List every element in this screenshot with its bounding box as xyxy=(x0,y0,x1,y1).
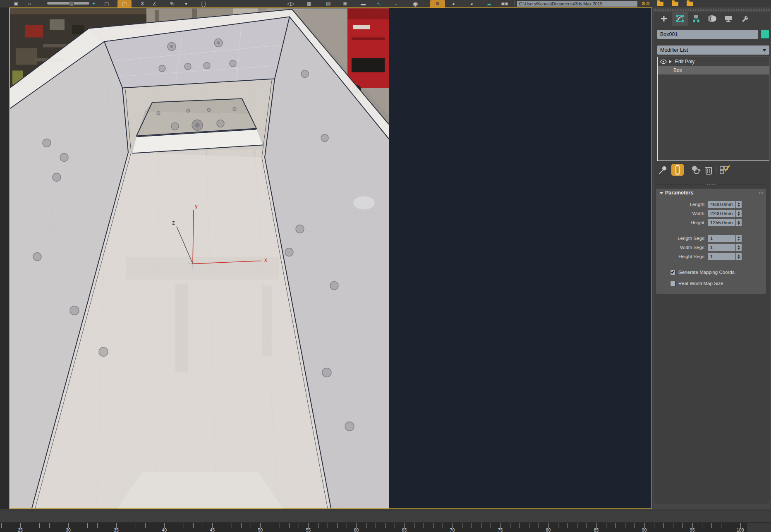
frame-tick xyxy=(318,523,318,528)
align-icon[interactable]: ▩ xyxy=(304,0,314,7)
frame-tick xyxy=(145,523,146,528)
frame-tick xyxy=(711,523,712,528)
folder-export-icon[interactable] xyxy=(672,2,678,6)
perspective-viewport[interactable]: y x z xyxy=(9,7,652,509)
tab-create[interactable] xyxy=(656,12,672,26)
track-bar-strip[interactable] xyxy=(0,510,771,523)
eye-icon[interactable] xyxy=(660,60,667,64)
frame-tick xyxy=(289,523,290,528)
render-setup-button[interactable]: ⚙ xyxy=(430,0,445,7)
height-segs-spinner[interactable] xyxy=(736,253,742,260)
panel-divider[interactable] xyxy=(656,184,766,185)
angle-snap-icon[interactable]: ∠ xyxy=(151,0,159,7)
height-spinner[interactable] xyxy=(736,219,742,226)
frame-tick xyxy=(376,523,376,528)
parameters-rollout-header[interactable]: Parameters xyxy=(656,189,766,198)
mirror-icon[interactable]: ◁▷ xyxy=(285,0,297,7)
frame-tick xyxy=(625,523,625,528)
frame-tick xyxy=(615,523,616,528)
command-panel: Box001 Modifier List Edit Poly Box xyxy=(653,7,771,509)
configure-modifier-sets-icon[interactable] xyxy=(719,165,731,175)
expand-arrow-icon[interactable] xyxy=(669,60,672,63)
scene-explorer-icon[interactable]: ≣ xyxy=(340,0,350,7)
width-segs-spinner[interactable] xyxy=(736,244,742,251)
compare-images-icon[interactable]: ▣▣ xyxy=(499,0,510,7)
frame-label: 25 xyxy=(18,527,23,532)
remove-modifier-icon[interactable] xyxy=(704,165,714,175)
pin-stack-icon[interactable] xyxy=(658,165,667,175)
generate-mapping-coords-checkbox[interactable] xyxy=(670,270,675,275)
timeline-ruler-end xyxy=(747,522,771,532)
project-settings-gears-icon[interactable]: ⚙⚙ xyxy=(639,0,652,7)
frame-label: 40 xyxy=(162,527,167,532)
percent-snap-icon[interactable]: % xyxy=(168,0,176,7)
frame-tick xyxy=(424,523,424,528)
frame-tick xyxy=(87,523,88,528)
frame-tick xyxy=(491,523,491,528)
active-scale-tool-button[interactable]: ▢ xyxy=(117,0,132,7)
generate-mapping-coords-label: Generate Mapping Coords. xyxy=(678,270,736,275)
snap-dropdown-icon[interactable]: ▾ xyxy=(183,0,189,7)
frame-tick xyxy=(174,523,174,528)
length-spinner[interactable] xyxy=(736,201,742,208)
stack-row-edit-poly[interactable]: Edit Poly xyxy=(658,57,769,66)
real-world-map-size-checkbox[interactable] xyxy=(670,281,675,286)
tab-motion[interactable] xyxy=(704,12,720,26)
modifier-stack[interactable]: Edit Poly Box xyxy=(657,57,769,161)
rollout-collapse-icon xyxy=(659,192,663,194)
height-segs-field[interactable]: 1 xyxy=(708,253,735,260)
frame-tick xyxy=(328,523,328,528)
make-unique-icon[interactable] xyxy=(691,165,702,175)
rectangle-selection-region-icon[interactable]: ▣ xyxy=(11,0,22,7)
material-editor-icon[interactable]: ◉ xyxy=(410,0,420,7)
tab-utilities[interactable] xyxy=(736,12,752,26)
object-color-swatch[interactable] xyxy=(761,30,769,39)
rendered-frame-window-icon[interactable]: ◕ xyxy=(448,0,458,7)
object-name-field[interactable]: Box001 xyxy=(657,30,758,39)
show-end-result-button[interactable] xyxy=(671,164,684,176)
project-folder-icon[interactable] xyxy=(657,2,663,6)
axis-label-x: x xyxy=(264,256,267,263)
height-field[interactable]: 1255.0mm xyxy=(708,219,735,226)
ribbon-toggle-icon[interactable]: ▬ xyxy=(358,0,368,7)
stack-row-box[interactable]: Box xyxy=(658,66,769,74)
frame-label: 70 xyxy=(450,527,455,532)
select-object-icon[interactable]: ○ xyxy=(24,0,35,7)
frame-label: 85 xyxy=(594,527,599,532)
frame-tick xyxy=(682,523,683,528)
named-selection-sets-icon[interactable]: { } xyxy=(198,0,209,7)
length-segs-spinner[interactable] xyxy=(736,235,742,242)
frame-tick xyxy=(443,523,443,528)
frame-tick xyxy=(702,523,702,528)
modifier-list-dropdown[interactable]: Modifier List xyxy=(657,46,769,55)
selection-filter-slider-handle[interactable] xyxy=(69,1,74,6)
frame-tick xyxy=(59,523,59,528)
tab-display[interactable] xyxy=(720,12,736,26)
layer-manager-icon[interactable]: ▤ xyxy=(323,0,333,7)
tab-hierarchy[interactable] xyxy=(688,12,704,26)
select-and-place-icon[interactable]: ▢ xyxy=(103,0,111,7)
frame-tick xyxy=(472,523,472,528)
project-path-field[interactable]: C:\Users\Kanost\Documents\3ds Max 2019 xyxy=(517,1,637,7)
width-spinner[interactable] xyxy=(736,210,742,217)
box-model[interactable] xyxy=(10,10,389,508)
width-field[interactable]: 2200.0mm xyxy=(708,210,735,217)
snaps-toggle-icon[interactable]: 3 xyxy=(139,0,146,7)
width-segs-field[interactable]: 1 xyxy=(708,244,735,251)
render-production-icon[interactable]: ◕ xyxy=(467,0,476,7)
frame-label: 35 xyxy=(114,527,119,532)
frame-label: 80 xyxy=(546,527,551,532)
selection-filter-slider[interactable] xyxy=(47,2,89,5)
frame-tick xyxy=(433,523,433,528)
length-field[interactable]: 4600.0mm xyxy=(708,201,735,208)
tab-modify[interactable] xyxy=(672,12,688,26)
schematic-view-icon[interactable]: ⌄ xyxy=(391,0,401,7)
timeline-ruler[interactable]: 253035404550556065707580859095100 xyxy=(0,522,747,532)
frame-tick xyxy=(347,523,347,528)
select-and-move-icon[interactable]: + xyxy=(90,0,98,7)
render-in-cloud-icon[interactable]: ☁ xyxy=(484,0,494,7)
frame-tick xyxy=(280,523,280,528)
curve-editor-icon[interactable]: ∿ xyxy=(374,0,384,7)
length-segs-field[interactable]: 1 xyxy=(708,235,735,242)
folder-transfer-icon[interactable] xyxy=(687,2,693,6)
